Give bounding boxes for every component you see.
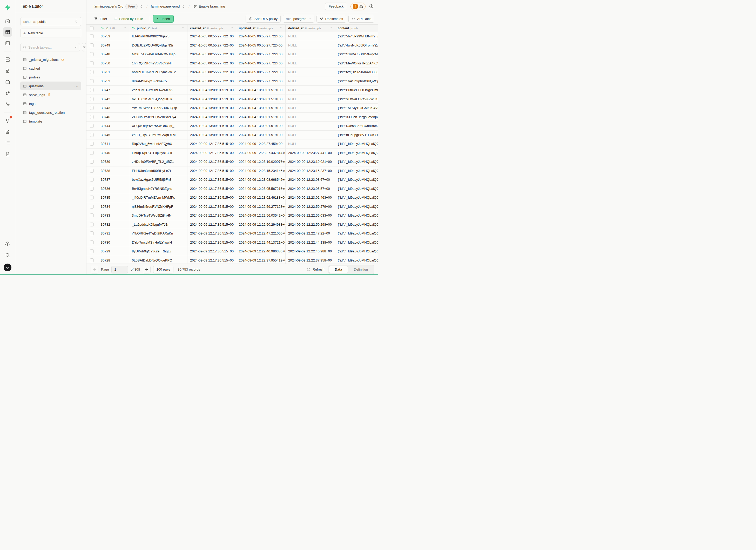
cell-public_id[interactable]: 8yUKotr9qGYjK2eFRhgLv [129, 247, 187, 256]
sidebar-table-template[interactable]: template [20, 117, 81, 126]
help-icon[interactable] [369, 4, 374, 9]
column-menu-icon[interactable] [181, 26, 185, 30]
cell-public_id[interactable]: RiqOV6p_5wihLeIAEQyhU [129, 139, 187, 148]
cell-content[interactable]: {"id":"_Id9aLyJpMHQLaiQC [335, 166, 378, 175]
supabase-logo-icon[interactable] [3, 3, 12, 12]
column-menu-icon[interactable] [230, 26, 233, 30]
cell-deleted_at[interactable]: 2024-09-09 12:23:02.463+00 [286, 193, 335, 202]
cell-updated_at[interactable]: 2024-09-09 12:23:19.020076+00 [236, 157, 286, 166]
tab-data[interactable]: Data [329, 266, 348, 273]
row-checkbox[interactable] [90, 115, 94, 119]
cell-deleted_at[interactable]: 2024-09-09 12:22:50.298+00 [286, 220, 335, 229]
cell-updated_at[interactable]: 2024-10-05 00:55:27.722+00 [236, 68, 286, 77]
cell-deleted_at[interactable]: NULL [286, 139, 335, 148]
cell-updated_at[interactable]: 2024-10-05 00:55:27.722+00 [236, 77, 286, 86]
cell-content[interactable]: {"id":"_Id9aLyJpMHQLaiQC [335, 238, 378, 247]
cell-created_at[interactable]: 2024-09-09 12:17:36.515+00 [187, 175, 236, 184]
project-switcher-icon[interactable] [182, 5, 185, 8]
cell-content[interactable]: {"id":"fvrQ1bXoJ6XaAD08G [335, 68, 378, 77]
row-checkbox[interactable] [90, 160, 94, 164]
cell-content[interactable]: {"id":"_Id9aLyJpMHQLaiQC [335, 247, 378, 256]
cell-public_id[interactable]: NhXEo1Xw04FnB4RzWTNjb [129, 50, 187, 59]
cell-public_id[interactable]: FHHUioa3bidd00BHyLeZt [129, 166, 187, 175]
sort-button[interactable]: Sorted by 1 rule [111, 15, 145, 22]
row-checkbox[interactable] [90, 70, 94, 74]
cell-created_at[interactable]: 2024-09-09 12:17:36.515+00 [187, 229, 236, 238]
cell-deleted_at[interactable]: 2024-09-09 12:22:44.138+00 [286, 238, 335, 247]
cell-public_id[interactable]: bzwXazHgax6UIR58j6Fn3 [129, 175, 187, 184]
cell-updated_at[interactable]: 2024-09-09 12:22:47.221066+00 [236, 229, 286, 238]
cell-content[interactable]: {"id":"3-O8cn_xPgs0cVxqKE [335, 113, 378, 122]
realtime-toggle-button[interactable]: Realtime off [316, 15, 346, 23]
sidebar-table-solve_logs[interactable]: solve_logs [20, 90, 81, 99]
auth-icon[interactable] [3, 66, 12, 75]
cell-public_id[interactable]: nxFT002ISeRE-Qobg3K3k [129, 95, 187, 104]
cell-created_at[interactable]: 2024-10-04 13:09:01.519+00 [187, 131, 236, 139]
cell-deleted_at[interactable]: 2024-09-09 12:22:59.279+00 [286, 202, 335, 211]
search-tables-input[interactable] [28, 45, 74, 49]
cell-public_id[interactable]: YwEmuWdqT38XoSB048QYp [129, 104, 187, 112]
cell-public_id[interactable]: nj336mN5reuRVNZrKHFpF [129, 202, 187, 211]
row-checkbox[interactable] [90, 151, 94, 155]
database-icon[interactable] [3, 55, 12, 64]
cell-id[interactable]: 30748 [98, 50, 129, 59]
cell-deleted_at[interactable]: NULL [286, 86, 335, 95]
cell-content[interactable]: {"id":"_Id9aLyJpMHQLaiQC [335, 193, 378, 202]
cell-created_at[interactable]: 2024-09-09 12:17:36.515+00 [187, 139, 236, 148]
refresh-button[interactable]: Refresh [307, 267, 325, 271]
cell-updated_at[interactable]: 2024-10-05 00:55:27.722+00 [236, 32, 286, 41]
cell-deleted_at[interactable]: 2024-09-09 12:22:40.988+00 [286, 247, 335, 256]
row-checkbox[interactable] [90, 223, 94, 226]
feedback-button[interactable]: Feedback [325, 3, 347, 10]
cell-content[interactable]: {"id":"1VASb3phnXXkQPCpv [335, 77, 378, 86]
cell-content[interactable]: {"id":"5b7j5Pz9WHBNmY_A [335, 32, 378, 41]
logs-icon[interactable] [3, 138, 12, 147]
cell-id[interactable]: 30737 [98, 175, 129, 184]
cell-updated_at[interactable]: 2024-10-04 13:09:01.519+00 [236, 113, 286, 122]
cell-content[interactable]: {"id":"MeWCriorTPopA4Kc9 [335, 59, 378, 68]
cell-created_at[interactable]: 2024-09-09 12:17:36.515+00 [187, 166, 236, 175]
cell-public_id[interactable]: nbMhHL3AP7OcCJymc2wT2 [129, 68, 187, 77]
row-checkbox[interactable] [90, 106, 94, 110]
cell-deleted_at[interactable]: 2024-09-09 12:23:05.57+00 [286, 184, 335, 193]
cell-id[interactable]: 30744 [98, 122, 129, 130]
cell-public_id[interactable]: zHDq4c0F0VBF_TL2_dBZ1 [129, 157, 187, 166]
column-header-public_id[interactable]: public_idtext [129, 25, 187, 32]
sidebar-table-questions[interactable]: questions··· [20, 82, 81, 90]
cell-deleted_at[interactable]: NULL [286, 68, 335, 77]
cell-public_id[interactable]: ZDCunRYJP2CQ5Z8Po2Gy4 [129, 113, 187, 122]
schema-select[interactable]: schema: public [20, 17, 81, 26]
sidebar-table-_prisma_migrations[interactable]: _prisma_migrations [20, 55, 81, 64]
cell-deleted_at[interactable]: 2024-09-09 12:23:19.021+00 [286, 157, 335, 166]
select-all-checkbox[interactable] [90, 26, 94, 30]
cell-public_id[interactable]: 8KraI-tSI-6-pSZcknaK5 [129, 77, 187, 86]
cell-updated_at[interactable]: 2024-09-09 12:23:27.459+00 [236, 139, 286, 148]
edge-functions-icon[interactable] [3, 99, 12, 109]
column-menu-icon[interactable] [280, 26, 283, 30]
cell-created_at[interactable]: 2024-09-09 12:17:36.515+00 [187, 256, 236, 264]
cell-public_id[interactable]: _l40sQIRTmMZfcm-MWMPs [129, 193, 187, 202]
api-docs-button[interactable]: API Docs [348, 15, 374, 23]
cell-public_id[interactable]: 3muDHTceTWso9lZj8hHNI [129, 211, 187, 220]
cell-updated_at[interactable]: 2024-09-09 12:22:37.955419+00 [236, 256, 286, 264]
advisors-icon[interactable] [3, 116, 12, 125]
cell-content[interactable]: {"id":"_Id9aLyJpMHQLaiQC [335, 202, 378, 211]
cell-created_at[interactable]: 2024-09-09 12:17:36.515+00 [187, 238, 236, 247]
cell-updated_at[interactable]: 2024-09-09 12:23:27.437814+00 [236, 149, 286, 157]
rows-per-page-button[interactable]: 100 rows [153, 266, 174, 273]
column-header-deleted_at[interactable]: deleted_attimestamptz [286, 25, 335, 32]
sidebar-table-tags[interactable]: tags [20, 99, 81, 108]
cell-created_at[interactable]: 2024-10-04 13:09:01.519+00 [187, 113, 236, 122]
cell-created_at[interactable]: 2024-10-05 00:55:27.722+00 [187, 32, 236, 41]
prev-page-button[interactable] [91, 266, 98, 273]
row-checkbox[interactable] [90, 97, 94, 101]
cell-public_id[interactable]: 1hnRQjxSRm2V0VticY2NF [129, 59, 187, 68]
cell-created_at[interactable]: 2024-09-09 12:17:36.515+00 [187, 149, 236, 157]
column-menu-icon[interactable] [329, 26, 332, 30]
row-checkbox[interactable] [90, 79, 94, 83]
cell-created_at[interactable]: 2024-10-05 00:55:27.722+00 [187, 59, 236, 68]
settings-icon[interactable] [3, 239, 12, 249]
cell-created_at[interactable]: 2024-10-04 13:09:01.519+00 [187, 95, 236, 104]
table-editor-icon[interactable] [3, 27, 12, 37]
cell-deleted_at[interactable]: NULL [286, 59, 335, 68]
